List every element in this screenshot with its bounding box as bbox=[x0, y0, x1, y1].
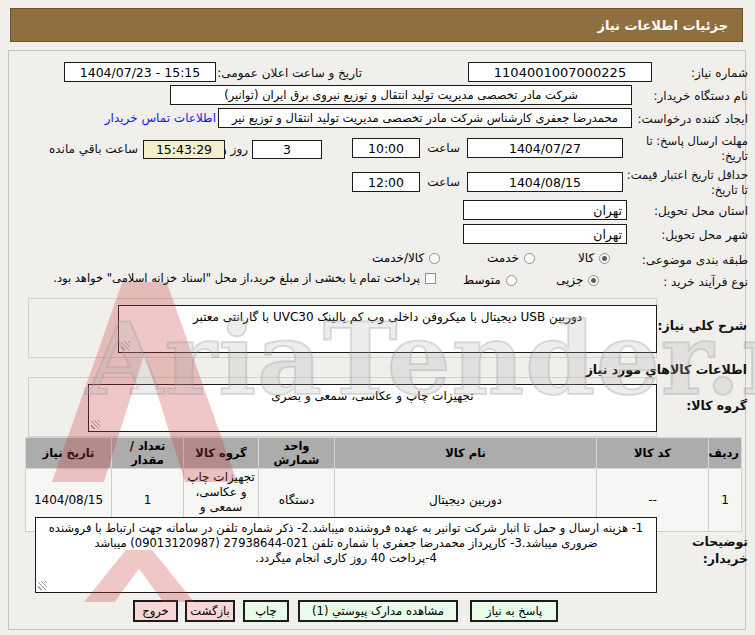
radio-minor-label: جزیی bbox=[556, 273, 583, 287]
province-value[interactable]: تهران bbox=[463, 200, 627, 220]
col-row: ردیف bbox=[709, 438, 742, 469]
validity-time-value[interactable]: 12:00 bbox=[352, 172, 420, 192]
col-code: کد کالا bbox=[597, 438, 709, 469]
radio-medium-label: متوسط bbox=[463, 273, 501, 287]
radio-goods-label: کالا bbox=[578, 251, 594, 265]
buyer-org-label: نام دستگاه خریدار: bbox=[654, 89, 749, 103]
radio-medium[interactable]: متوسط bbox=[463, 273, 517, 287]
radio-goods-service[interactable]: کالا/خدمت bbox=[372, 251, 440, 265]
description-label: شرح کلي نیاز: bbox=[658, 318, 747, 333]
radio-goods-icon[interactable] bbox=[599, 253, 610, 264]
reply-to-need-button[interactable]: پاسخ به نیاز bbox=[470, 600, 558, 622]
cell-row: 1 bbox=[709, 469, 742, 532]
col-need-date: تاریخ نیاز bbox=[26, 438, 112, 469]
treasury-note: پرداخت تمام یا بخشی از مبلغ خرید،از محل … bbox=[30, 271, 420, 285]
buyer-notes-textarea[interactable]: 1- هزینه ارسال و حمل تا انبار شرکت توانی… bbox=[35, 517, 657, 593]
page-title: جزئیات اطلاعات نیاز bbox=[10, 8, 743, 42]
exit-button[interactable]: خروج bbox=[133, 600, 178, 622]
radio-goods-service-icon[interactable] bbox=[429, 253, 440, 264]
city-value[interactable]: تهران bbox=[463, 224, 627, 244]
announce-datetime-value[interactable]: 1404/07/23 - 15:15 bbox=[64, 62, 216, 82]
print-button[interactable]: چاپ bbox=[243, 600, 289, 622]
resize-handle-icon[interactable] bbox=[38, 581, 47, 590]
radio-medium-icon[interactable] bbox=[506, 275, 517, 286]
validity-date-value[interactable]: 1404/08/15 bbox=[467, 172, 623, 192]
days-remaining-value: 3 bbox=[252, 140, 322, 159]
deadline-time-value[interactable]: 10:00 bbox=[352, 138, 420, 158]
goods-group-text: تجهیزات چاپ و عکاسی، سمعی و بصری bbox=[89, 385, 656, 407]
deadline-hour-label: ساعت bbox=[427, 141, 460, 155]
validity-hour-label: ساعت bbox=[427, 175, 460, 189]
creator-value[interactable]: محمدرضا جعفری کارشناس شرکت مادر تخصصی مد… bbox=[218, 108, 632, 128]
radio-goods-service-label: کالا/خدمت bbox=[372, 251, 424, 265]
deadline-date-value[interactable]: 1404/07/27 bbox=[467, 138, 623, 158]
description-textarea[interactable]: دوربین USB دیجیتال با میکروفن داخلی وب ک… bbox=[118, 305, 657, 353]
need-details-page: { "title": "جزئیات اطلاعات نیاز", "water… bbox=[0, 0, 755, 635]
province-label: استان محل تحویل: bbox=[654, 204, 748, 218]
view-attachments-button[interactable]: مشاهده مدارک پیوستي (1) bbox=[298, 600, 458, 622]
time-remaining-value: 15:43:29 bbox=[143, 140, 225, 159]
back-button[interactable]: بازگشت bbox=[185, 600, 235, 622]
goods-group-label: گروه کالا: bbox=[686, 398, 747, 413]
radio-minor-icon[interactable] bbox=[588, 275, 599, 286]
radio-service-icon[interactable] bbox=[524, 253, 535, 264]
buyer-notes-text: 1- هزینه ارسال و حمل تا انبار شرکت توانی… bbox=[36, 518, 656, 569]
col-qty: تعداد / مقدار bbox=[112, 438, 184, 469]
goods-section-header: اطلاعات کالاهاي مورد نیاز bbox=[586, 362, 747, 377]
process-type-label: نوع فرآیند خرید : bbox=[663, 275, 748, 289]
col-unit: واحد شمارش bbox=[259, 438, 335, 469]
remaining-label: ساعت باقي مانده bbox=[49, 142, 138, 156]
buyer-notes-label: توضیحات خریدار: bbox=[658, 533, 748, 567]
announce-datetime-label: تاریخ و ساعت اعلان عمومی: bbox=[217, 66, 362, 80]
buyer-org-value[interactable]: شرکت مادر تخصصی مدیریت تولید انتقال و تو… bbox=[170, 85, 632, 105]
resize-handle-icon[interactable] bbox=[91, 420, 100, 429]
classification-label: طبقه بندی موضوعی: bbox=[642, 253, 748, 267]
need-number-value[interactable]: 1104001007000225 bbox=[468, 62, 652, 82]
radio-minor[interactable]: جزیی bbox=[556, 273, 599, 287]
radio-goods[interactable]: کالا bbox=[578, 251, 610, 265]
deadline-label: مهلت ارسال پاسخ: تا تاریخ: bbox=[626, 134, 748, 164]
resize-handle-icon[interactable] bbox=[121, 341, 130, 350]
treasury-checkbox[interactable] bbox=[425, 273, 436, 284]
buyer-contact-link[interactable]: اطلاعات تماس خریدار bbox=[105, 111, 216, 125]
radio-service-label: خدمت bbox=[487, 251, 519, 265]
radio-service[interactable]: خدمت bbox=[487, 251, 535, 265]
goods-table-header-row: ردیف کد کالا نام کالا واحد شمارش گروه کا… bbox=[26, 438, 742, 469]
need-number-label: شماره نیاز: bbox=[691, 66, 748, 80]
days-unit-label: روز و bbox=[221, 142, 248, 156]
description-text: دوربین USB دیجیتال با میکروفن داخلی وب ک… bbox=[119, 306, 656, 328]
col-group: گروه کالا bbox=[184, 438, 259, 469]
validity-label: حداقل تاریخ اعتبار قیمت: تا تاریخ: bbox=[626, 168, 748, 198]
creator-label: ایجاد کننده درخواست: bbox=[637, 112, 748, 126]
col-name: نام کالا bbox=[335, 438, 597, 469]
city-label: شهر محل تحویل: bbox=[661, 228, 748, 242]
goods-group-textarea[interactable]: تجهیزات چاپ و عکاسی، سمعی و بصری bbox=[88, 384, 657, 432]
